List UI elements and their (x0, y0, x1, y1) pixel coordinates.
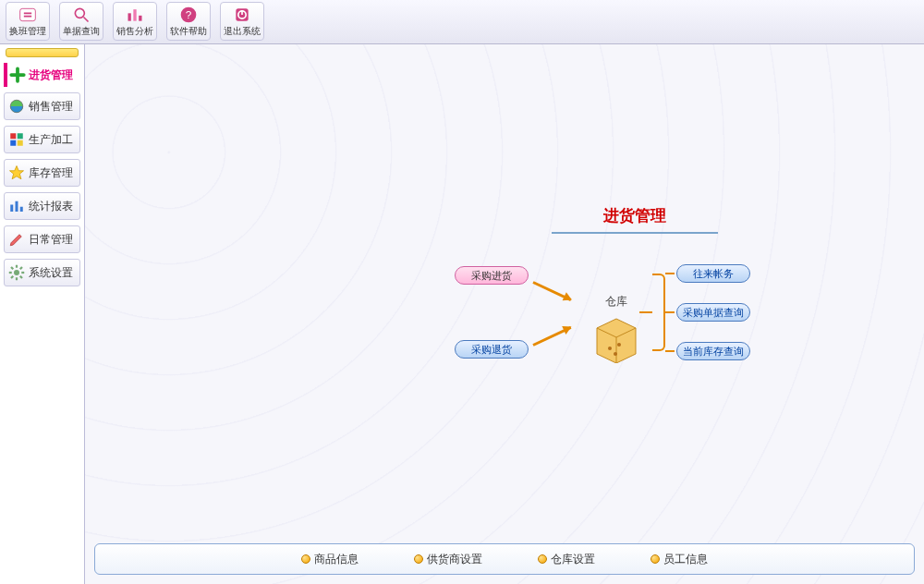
section-title: 进货管理 (552, 205, 718, 234)
svg-rect-14 (18, 133, 23, 139)
main-canvas: 进货管理 采购进货 采购退货 仓库 往来帐务 采购单据查询 当前库存查询 (85, 44, 924, 584)
bottom-bar: 商品信息 供货商设置 仓库设置 员工信息 (94, 543, 915, 575)
toolbar-label: 软件帮助 (170, 25, 207, 38)
sidebar-item-purchase[interactable]: 进货管理 (4, 63, 80, 87)
pill-label: 往来帐务 (693, 267, 734, 281)
svg-rect-13 (10, 133, 16, 139)
svg-rect-0 (20, 8, 36, 20)
dot-icon (301, 554, 310, 564)
bottom-link-staff[interactable]: 员工信息 (650, 552, 708, 567)
arrow-icon (532, 281, 571, 301)
bottom-link-goods[interactable]: 商品信息 (301, 552, 359, 567)
bracket-stem (639, 311, 652, 313)
svg-rect-16 (18, 140, 23, 146)
sidebar-strip (6, 48, 79, 57)
sidebar-label: 库存管理 (29, 165, 73, 181)
svg-line-29 (20, 267, 22, 269)
blocks-icon (8, 131, 25, 148)
globe-icon (8, 98, 25, 115)
btn-purchase-in[interactable]: 采购进货 (455, 266, 529, 285)
toolbar-label: 销售分析 (116, 25, 153, 38)
dot-icon (650, 554, 660, 564)
svg-line-28 (11, 276, 13, 278)
svg-line-27 (20, 276, 22, 278)
bars-icon (126, 6, 144, 24)
btn-purchase-docs[interactable]: 采购单据查询 (676, 303, 750, 322)
toolbar-label: 单据查询 (63, 25, 100, 38)
svg-point-21 (14, 270, 19, 275)
sidebar-label: 进货管理 (29, 67, 73, 83)
toolbar-shift-mgmt-button[interactable]: 换班管理 (6, 2, 50, 41)
toolbar-label: 换班管理 (9, 25, 46, 38)
pencil-icon (8, 231, 25, 248)
btn-purchase-return[interactable]: 采购退货 (455, 340, 529, 359)
chart-icon (8, 198, 25, 214)
bottom-link-label: 仓库设置 (551, 552, 595, 567)
sidebar-label: 统计报表 (29, 199, 73, 214)
svg-rect-5 (139, 15, 141, 20)
pill-label: 采购进货 (471, 269, 512, 283)
bottom-link-supplier[interactable]: 供货商设置 (414, 552, 482, 567)
plus-icon (9, 67, 26, 83)
pill-label: 采购退货 (471, 343, 512, 357)
svg-line-2 (84, 17, 89, 21)
sidebar-item-daily[interactable]: 日常管理 (4, 225, 80, 253)
help-icon: ? (179, 6, 198, 24)
sidebar-label: 生产加工 (29, 132, 73, 148)
arrow-icon (532, 326, 571, 347)
toolbar-label: 退出系统 (224, 25, 261, 38)
svg-rect-19 (16, 201, 18, 212)
bottom-link-warehouse-setting[interactable]: 仓库设置 (538, 552, 595, 567)
svg-marker-17 (10, 166, 24, 179)
svg-rect-18 (10, 205, 13, 213)
toolbar-exit-button[interactable]: 退出系统 (220, 2, 264, 41)
svg-rect-4 (133, 9, 136, 21)
bottom-link-label: 商品信息 (314, 552, 359, 567)
svg-line-26 (11, 267, 13, 269)
top-toolbar: 换班管理 单据查询 销售分析 ? 软件帮助 退出系统 (0, 0, 924, 44)
bracket-arm (665, 311, 675, 313)
toolbar-bill-query-button[interactable]: 单据查询 (59, 2, 103, 41)
box-icon (591, 313, 641, 363)
svg-text:?: ? (186, 8, 192, 20)
svg-point-33 (617, 343, 621, 347)
sidebar-item-production[interactable]: 生产加工 (4, 126, 80, 153)
warehouse-label: 仓库 (605, 295, 627, 308)
gear-icon (8, 264, 25, 281)
bottom-link-label: 供货商设置 (427, 552, 482, 567)
btn-current-stock[interactable]: 当前库存查询 (676, 342, 750, 360)
power-icon (233, 6, 251, 24)
sidebar-label: 销售管理 (29, 99, 73, 115)
bottom-link-label: 员工信息 (663, 552, 708, 567)
sidebar-label: 日常管理 (29, 232, 73, 248)
search-icon (72, 6, 91, 24)
svg-point-1 (75, 8, 84, 18)
bracket-arm (665, 273, 675, 274)
dot-icon (414, 554, 423, 564)
sidebar: 进货管理 销售管理 生产加工 库存管理 统计报表 日常管理 系统设置 (0, 44, 85, 584)
sidebar-item-settings[interactable]: 系统设置 (4, 259, 80, 286)
toolbar-sales-analysis-button[interactable]: 销售分析 (113, 2, 157, 41)
star-icon (8, 164, 25, 181)
warehouse-node: 仓库 (584, 294, 649, 363)
svg-rect-15 (10, 140, 16, 146)
svg-point-34 (614, 352, 617, 356)
bracket-arm (665, 350, 675, 352)
btn-accounts[interactable]: 往来帐务 (676, 264, 750, 283)
pill-label: 当前库存查询 (683, 345, 744, 359)
sidebar-item-sales[interactable]: 销售管理 (4, 92, 80, 120)
bracket-connector (652, 274, 665, 351)
sidebar-item-reports[interactable]: 统计报表 (4, 192, 80, 220)
toolbar-help-button[interactable]: ? 软件帮助 (166, 2, 211, 41)
pill-label: 采购单据查询 (683, 306, 744, 320)
dot-icon (538, 554, 547, 564)
svg-rect-3 (128, 13, 131, 20)
swap-icon (18, 6, 37, 24)
svg-rect-20 (20, 207, 23, 212)
svg-point-32 (608, 347, 612, 350)
sidebar-item-inventory[interactable]: 库存管理 (4, 159, 80, 187)
sidebar-label: 系统设置 (29, 265, 73, 281)
